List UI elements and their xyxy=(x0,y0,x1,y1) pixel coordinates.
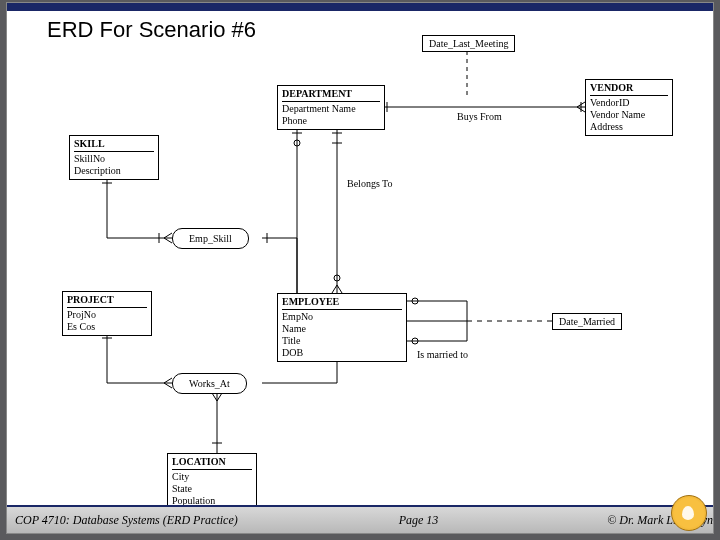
slide: ERD For Scenario #6 xyxy=(6,2,714,534)
page-title: ERD For Scenario #6 xyxy=(47,17,256,43)
entity-project: PROJECT ProjNo Es Cos xyxy=(62,291,152,336)
assoc-works-at: Works_At xyxy=(172,373,247,394)
entity-employee: EMPLOYEE EmpNo Name Title DOB xyxy=(277,293,407,362)
title-accent-bar xyxy=(7,3,713,11)
entity-location: LOCATION City State Population xyxy=(167,453,257,510)
entity-name: PROJECT xyxy=(67,294,147,308)
rel-buys-from: Buys From xyxy=(457,111,502,122)
erd-canvas: Date_Last_Meeting SKILL SkillNo Descript… xyxy=(7,43,715,488)
entity-name: EMPLOYEE xyxy=(282,296,402,310)
entity-vendor: VENDOR VendorID Vendor Name Address xyxy=(585,79,673,136)
rel-is-married-to: Is married to xyxy=(417,349,468,360)
entity-name: LOCATION xyxy=(172,456,252,470)
attr-date-last-meeting: Date_Last_Meeting xyxy=(422,35,515,52)
attr-date-married: Date_Married xyxy=(552,313,622,330)
footer: COP 4710: Database Systems (ERD Practice… xyxy=(7,505,713,533)
entity-name: DEPARTMENT xyxy=(282,88,380,102)
footer-left: COP 4710: Database Systems (ERD Practice… xyxy=(15,513,238,528)
entity-attrs: Department Name Phone xyxy=(282,103,356,126)
entity-attrs: ProjNo Es Cos xyxy=(67,309,96,332)
footer-center: Page 13 xyxy=(238,513,599,528)
entity-name: VENDOR xyxy=(590,82,668,96)
entity-attrs: City State Population xyxy=(172,471,215,506)
entity-name: SKILL xyxy=(74,138,154,152)
entity-skill: SKILL SkillNo Description xyxy=(69,135,159,180)
assoc-emp-skill: Emp_Skill xyxy=(172,228,249,249)
entity-attrs: VendorID Vendor Name Address xyxy=(590,97,645,132)
entity-attrs: EmpNo Name Title DOB xyxy=(282,311,313,358)
label: Emp_Skill xyxy=(189,233,232,244)
rel-belongs-to: Belongs To xyxy=(347,178,393,189)
ucf-logo-icon xyxy=(671,495,707,531)
entity-attrs: SkillNo Description xyxy=(74,153,121,176)
label: Date_Last_Meeting xyxy=(429,38,508,49)
label: Works_At xyxy=(189,378,230,389)
label: Date_Married xyxy=(559,316,615,327)
entity-department: DEPARTMENT Department Name Phone xyxy=(277,85,385,130)
